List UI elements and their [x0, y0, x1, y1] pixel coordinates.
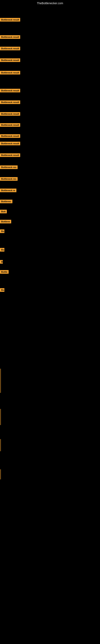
chart-bar — [0, 409, 1, 425]
chart-bar — [0, 369, 1, 393]
bottleneck-badge[interactable]: Bo — [0, 288, 4, 292]
bottleneck-badge[interactable]: Bottleneck result — [0, 71, 20, 74]
bottleneck-badge[interactable]: Bottleneck result — [0, 35, 20, 39]
bottleneck-badge[interactable]: Bottlene — [0, 220, 11, 224]
bottleneck-badge[interactable]: Bottleneck result — [0, 153, 20, 157]
bottleneck-badge[interactable]: Bottleneck result — [0, 89, 20, 92]
bottleneck-badge[interactable]: Bottleneck result — [0, 112, 20, 116]
chart-bar — [0, 439, 1, 451]
bottleneck-badge[interactable]: Bottleneck result — [0, 134, 20, 138]
bottleneck-badge[interactable]: Bottleneck re — [0, 188, 16, 192]
bottleneck-badge[interactable]: Bo — [0, 230, 4, 233]
bottleneck-badge[interactable]: Bottlenec — [0, 200, 12, 203]
site-title: TheBottlenecker.com — [0, 0, 100, 6]
bottleneck-badge[interactable]: Bott — [0, 210, 7, 213]
bottleneck-badge[interactable]: Bottleneck result — [0, 47, 20, 50]
bottleneck-badge[interactable]: Bottleneck result — [0, 58, 20, 62]
chart-bar — [0, 469, 1, 480]
bottleneck-badge[interactable]: Bottleneck result — [0, 100, 20, 104]
bottleneck-badge[interactable]: Bo — [0, 248, 4, 252]
bottleneck-badge[interactable]: Bottleneck res — [0, 166, 18, 169]
bottleneck-badge[interactable]: Bottle — [0, 270, 9, 274]
bottleneck-badge[interactable]: Bottleneck result — [0, 123, 20, 127]
bottleneck-badge[interactable]: Bottleneck result — [0, 18, 20, 22]
bottleneck-badge[interactable]: B — [0, 260, 3, 264]
bottleneck-badge[interactable]: Bottleneck result — [0, 142, 20, 145]
bottleneck-badge[interactable]: Bottleneck res — [0, 177, 18, 181]
